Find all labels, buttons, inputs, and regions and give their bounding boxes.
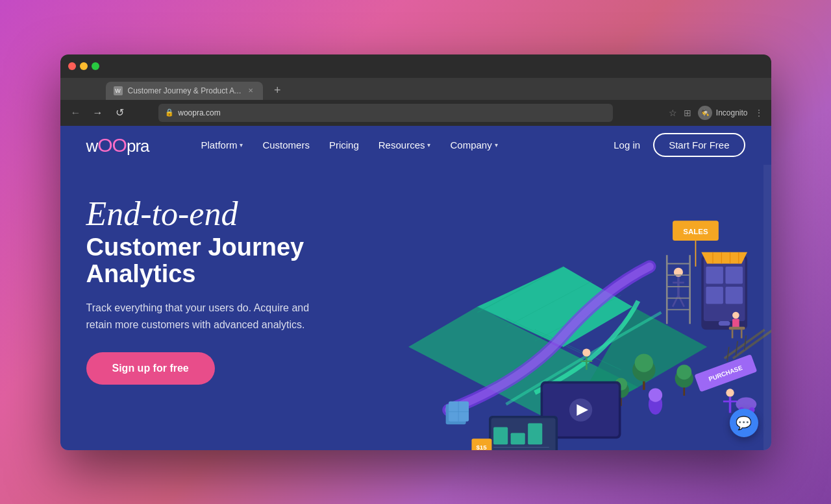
resources-dropdown-icon: ▾: [427, 141, 430, 149]
svg-rect-33: [706, 286, 723, 304]
nav-pricing[interactable]: Pricing: [329, 139, 359, 150]
nav-pricing-label: Pricing: [329, 139, 359, 150]
svg-line-16: [678, 295, 684, 307]
new-tab-button[interactable]: +: [268, 82, 286, 100]
nav-links: Platform ▾ Customers Pricing Resources ▾…: [201, 139, 614, 150]
tab-close-button[interactable]: ✕: [246, 86, 255, 95]
back-button[interactable]: ←: [68, 105, 84, 121]
svg-rect-32: [725, 266, 743, 283]
menu-icon[interactable]: ⋮: [754, 108, 763, 118]
website-content: wOOpra Platform ▾ Customers Pricing Reso…: [60, 126, 771, 450]
nav-resources-label: Resources: [378, 139, 425, 150]
nav-company[interactable]: Company ▾: [450, 139, 497, 150]
url-text: woopra.com: [178, 108, 220, 117]
start-for-free-button[interactable]: Start For Free: [653, 133, 745, 157]
tab-bar: W Customer Journey & Product A... ✕ +: [60, 78, 771, 100]
nav-actions: Log in Start For Free: [614, 133, 745, 157]
scrollbar-track: [763, 126, 771, 450]
nav-company-label: Company: [450, 139, 491, 150]
company-dropdown-icon: ▾: [495, 141, 498, 149]
svg-rect-76: [528, 423, 542, 444]
hero-section: End-to-end Customer Journey Analytics Tr…: [60, 165, 771, 450]
incognito-avatar: 🕵: [698, 106, 712, 120]
platform-dropdown-icon: ▾: [240, 141, 243, 149]
address-bar: ← → ↺ 🔒 woopra.com ☆ ⊞ 🕵 Incognito ⋮: [60, 100, 771, 126]
hero-description: Track everything that your users do. Acq…: [86, 300, 320, 333]
minimize-button[interactable]: [80, 62, 88, 70]
browser-window: W Customer Journey & Product A... ✕ + ← …: [60, 54, 771, 450]
svg-point-58: [676, 365, 691, 379]
svg-line-41: [724, 330, 764, 358]
nav-customers-label: Customers: [262, 139, 310, 150]
maximize-button[interactable]: [92, 62, 99, 70]
title-bar: [60, 54, 771, 78]
svg-marker-26: [701, 252, 747, 263]
url-bar[interactable]: 🔒 woopra.com: [158, 104, 613, 122]
svg-text:$15: $15: [476, 444, 487, 450]
chat-icon: 💬: [736, 415, 752, 431]
svg-point-55: [634, 354, 652, 372]
logo-pra: pra: [127, 136, 149, 156]
refresh-button[interactable]: ↺: [112, 105, 128, 121]
logo-oo: OO: [97, 134, 127, 156]
site-logo[interactable]: wOOpra: [86, 134, 149, 156]
hero-text-block: End-to-end Customer Journey Analytics Tr…: [86, 197, 359, 385]
signup-button[interactable]: Sign up for free: [86, 352, 215, 385]
extensions-icon[interactable]: ⊞: [684, 108, 691, 118]
incognito-label: Incognito: [716, 108, 748, 117]
tab-title: Customer Journey & Product A...: [128, 86, 242, 95]
logo-w: w: [86, 136, 98, 156]
svg-point-36: [732, 311, 739, 318]
svg-rect-37: [732, 318, 739, 328]
svg-point-48: [726, 389, 734, 396]
nav-resources[interactable]: Resources ▾: [378, 139, 431, 150]
svg-rect-34: [725, 286, 743, 304]
traffic-lights: [68, 62, 99, 70]
site-nav: wOOpra Platform ▾ Customers Pricing Reso…: [60, 126, 771, 165]
hero-illustration: SALES: [330, 165, 771, 450]
tab-favicon: W: [114, 86, 123, 95]
forward-button[interactable]: →: [90, 105, 106, 121]
nav-platform-label: Platform: [201, 139, 238, 150]
active-tab[interactable]: W Customer Journey & Product A... ✕: [106, 82, 264, 100]
login-button[interactable]: Log in: [614, 139, 640, 150]
svg-rect-74: [493, 427, 508, 444]
svg-rect-38: [728, 326, 745, 329]
hero-italic-heading: End-to-end: [86, 197, 359, 231]
lock-icon: 🔒: [165, 108, 174, 117]
svg-rect-35: [718, 320, 730, 325]
nav-platform[interactable]: Platform ▾: [201, 139, 243, 150]
chat-widget[interactable]: 💬: [730, 409, 758, 437]
bookmark-icon[interactable]: ☆: [669, 108, 677, 118]
incognito-menu[interactable]: 🕵 Incognito: [698, 106, 748, 120]
svg-line-15: [673, 295, 678, 307]
nav-customers[interactable]: Customers: [262, 139, 310, 150]
svg-point-64: [648, 388, 662, 402]
svg-rect-31: [706, 266, 723, 283]
svg-point-65: [582, 348, 590, 356]
close-button[interactable]: [68, 62, 76, 70]
svg-text:SALES: SALES: [683, 227, 708, 235]
hero-main-heading: Customer Journey Analytics: [86, 234, 359, 289]
address-bar-actions: ☆ ⊞ 🕵 Incognito ⋮: [669, 106, 763, 120]
svg-rect-75: [510, 433, 525, 444]
